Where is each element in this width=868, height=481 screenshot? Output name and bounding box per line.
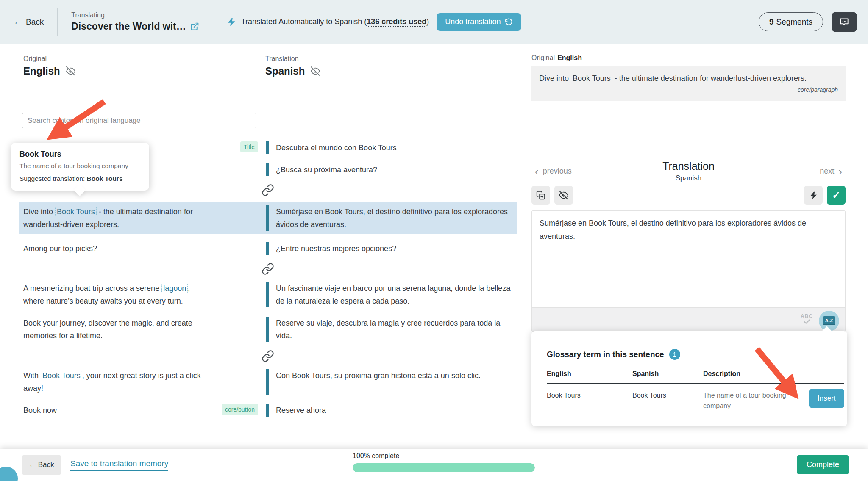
segment-type-badge: Title bbox=[240, 141, 258, 152]
complete-button[interactable]: Complete bbox=[797, 455, 849, 474]
original-sentence-panel: OriginalEnglish Dive into Book Tours - t… bbox=[531, 54, 846, 101]
lightning-icon bbox=[227, 17, 236, 27]
progress-label: 100% complete bbox=[353, 452, 535, 460]
glossary-term-chip[interactable]: Book Tours bbox=[571, 74, 612, 83]
comment-bubble-icon bbox=[839, 17, 850, 28]
translation-editor-input[interactable]: Sumérjase en Book Tours, el destino defi… bbox=[532, 211, 845, 307]
columns-divider bbox=[19, 97, 517, 97]
segment-row[interactable]: A mesmerizing boat trip across a serene … bbox=[19, 281, 517, 309]
segment-row[interactable]: Book nowcore/buttonReserve ahora bbox=[19, 403, 517, 418]
rotate-ccw-icon bbox=[505, 18, 513, 26]
glossary-table: English Spanish Description Book Tours B… bbox=[547, 370, 832, 411]
tooltip-term: Book Tours bbox=[19, 150, 141, 159]
glossary-row-english: Book Tours bbox=[547, 384, 632, 411]
segment-row[interactable]: Dive into Book Tours - the ultimate dest… bbox=[19, 202, 517, 234]
chevron-right-icon: › bbox=[838, 168, 842, 175]
segment-source[interactable]: With Book Tours, your next great story i… bbox=[23, 369, 261, 395]
auto-translate-segment-button[interactable] bbox=[804, 186, 823, 205]
editor-footer: ABC A-Z bbox=[532, 307, 845, 331]
segment-target[interactable]: Sumérjase en Book Tours, el destino defi… bbox=[266, 205, 517, 231]
scroll-track[interactable] bbox=[864, 47, 864, 438]
footer-back-button[interactable]: ← Back bbox=[22, 455, 61, 475]
confirm-segment-button[interactable]: ✓ bbox=[827, 186, 846, 205]
linked-segments-icon bbox=[262, 184, 274, 196]
copy-icon bbox=[536, 191, 545, 200]
segment-target[interactable]: ¿Entre nuestras mejores opciones? bbox=[266, 242, 517, 255]
glossary-col-description: Description bbox=[703, 370, 809, 384]
undo-label: Undo translation bbox=[445, 17, 501, 26]
back-label: Back bbox=[26, 17, 44, 27]
top-header: ← Back Translating Discover the World wi… bbox=[0, 0, 868, 44]
segment-source[interactable]: Book nowcore/button bbox=[23, 404, 261, 417]
credits-used[interactable]: 136 credits used bbox=[367, 17, 426, 27]
linked-segments-icon bbox=[262, 263, 274, 275]
hide-formatting-button[interactable] bbox=[554, 186, 573, 205]
glossary-term-chip[interactable]: Book Tours bbox=[55, 207, 97, 216]
external-link-icon[interactable] bbox=[190, 22, 199, 31]
glossary-row-spanish: Book Tours bbox=[632, 384, 703, 411]
translation-panel-title: Translation bbox=[531, 160, 846, 172]
linked-segments-icon bbox=[262, 350, 274, 362]
glossary-col-spanish: Spanish bbox=[632, 370, 703, 384]
linked-segments-indicator bbox=[19, 260, 517, 277]
header-divider bbox=[57, 8, 58, 36]
translation-label: Translation bbox=[265, 55, 320, 63]
previous-label: previous bbox=[543, 167, 572, 176]
chevron-left-icon: ‹ bbox=[535, 168, 539, 175]
segment-source[interactable]: Dive into Book Tours - the ultimate dest… bbox=[23, 205, 261, 231]
previous-segment-button[interactable]: ‹ previous bbox=[535, 167, 572, 176]
translation-panel-language: Spanish bbox=[531, 174, 846, 182]
eye-off-icon bbox=[559, 191, 568, 200]
segment-source[interactable]: A mesmerizing boat trip across a serene … bbox=[23, 282, 261, 307]
segment-source[interactable]: Book your journey, discover the magic, a… bbox=[23, 317, 261, 342]
segment-row[interactable]: With Book Tours, your next great story i… bbox=[19, 368, 517, 396]
search-input[interactable] bbox=[22, 113, 256, 128]
page-title: Discover the World wit… bbox=[71, 21, 186, 32]
segment-target[interactable]: Reserve su viaje, descubra la magia y cr… bbox=[266, 317, 517, 342]
original-language: English bbox=[23, 65, 60, 77]
undo-translation-button[interactable]: Undo translation bbox=[437, 13, 521, 31]
segment-target[interactable]: Reserve ahora bbox=[266, 404, 517, 417]
back-arrow-icon: ← bbox=[14, 17, 22, 27]
segments-count-pill[interactable]: 9 Segments bbox=[759, 12, 823, 31]
lightning-icon bbox=[809, 191, 818, 200]
spellcheck-icon[interactable]: ABC bbox=[801, 314, 813, 325]
block-type-label: core/paragraph bbox=[539, 83, 838, 97]
hide-original-icon[interactable] bbox=[66, 66, 75, 76]
translation-editor-box: Sumérjase en Book Tours, el destino defi… bbox=[531, 210, 846, 332]
segment-row[interactable]: Among our top picks?¿Entre nuestras mejo… bbox=[19, 241, 517, 256]
insert-glossary-term-button[interactable]: Insert bbox=[809, 389, 844, 408]
feedback-comment-button[interactable] bbox=[832, 12, 857, 32]
translation-column-head: Translation Spanish bbox=[265, 55, 320, 77]
auto-note-suffix: ) bbox=[426, 17, 429, 26]
auto-note-prefix: Translated Automatically to Spanish ( bbox=[241, 17, 367, 26]
segment-target[interactable]: Un fascinante viaje en barco por una ser… bbox=[266, 282, 517, 307]
header-back-link[interactable]: ← Back bbox=[14, 17, 44, 27]
breadcrumb: Translating bbox=[71, 11, 199, 19]
copy-source-button[interactable] bbox=[531, 186, 550, 205]
segment-target[interactable]: Descubra el mundo con Book Tours bbox=[266, 141, 517, 154]
glossary-term-chip[interactable]: lagoon bbox=[161, 284, 188, 293]
progress-track bbox=[353, 463, 535, 472]
linked-segments-indicator bbox=[19, 348, 517, 365]
segment-target[interactable]: Con Book Tours, su próxima gran historia… bbox=[266, 369, 517, 395]
glossary-term-chip[interactable]: Book Tours bbox=[41, 371, 82, 380]
segment-source[interactable]: Among our top picks? bbox=[23, 242, 261, 255]
translation-nav: ‹ previous Translation Spanish next › bbox=[531, 160, 846, 182]
glossary-row-description: The name of a tour booking company bbox=[703, 384, 809, 411]
check-icon: ✓ bbox=[832, 189, 840, 201]
segment-row[interactable]: Book your journey, discover the magic, a… bbox=[19, 315, 517, 343]
segment-target[interactable]: ¿Busca su próxima aventura? bbox=[266, 163, 517, 176]
segments-count: 9 bbox=[769, 17, 774, 27]
original-sentence-box: Dive into Book Tours - the ultimate dest… bbox=[531, 66, 846, 101]
auto-translate-note: Translated Automatically to Spanish (136… bbox=[227, 17, 429, 27]
hide-translation-icon[interactable] bbox=[311, 66, 320, 76]
bottom-bar: ← Back Save to translation memory 100% c… bbox=[0, 449, 868, 481]
header-divider bbox=[213, 8, 213, 36]
glossary-col-english: English bbox=[547, 370, 632, 384]
glossary-tooltip: Book Tours The name of a tour booking co… bbox=[11, 143, 149, 191]
save-translation-memory-link[interactable]: Save to translation memory bbox=[70, 459, 168, 471]
editor-toolbar: ✓ bbox=[531, 186, 846, 205]
next-segment-button[interactable]: next › bbox=[820, 167, 842, 176]
tooltip-description: The name of a tour booking company bbox=[19, 162, 141, 170]
